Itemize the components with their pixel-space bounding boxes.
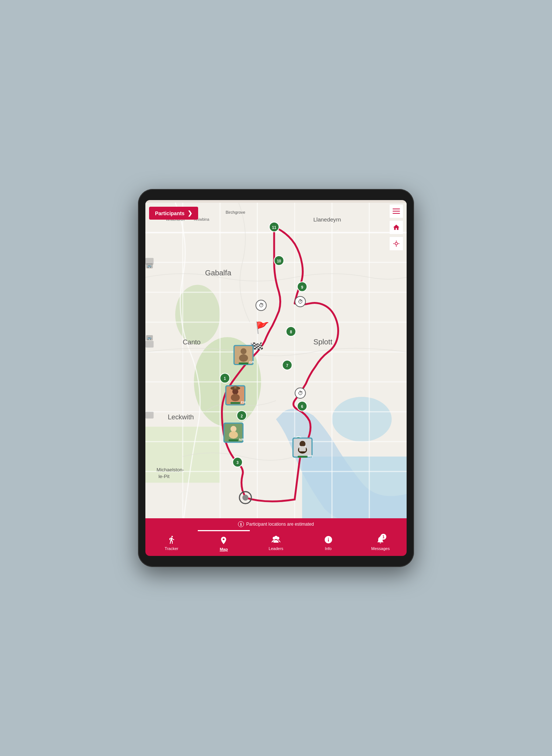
svg-text:Canto: Canto bbox=[183, 339, 201, 346]
tablet-frame: 11 10 9 ⏱ ⏱ 8 bbox=[138, 189, 414, 567]
svg-point-85 bbox=[229, 431, 238, 439]
svg-text:8: 8 bbox=[290, 330, 292, 334]
svg-text:9: 9 bbox=[301, 285, 303, 289]
tracker-icon-wrapper bbox=[167, 535, 176, 546]
svg-text:Gabalfa: Gabalfa bbox=[205, 269, 232, 277]
home-icon bbox=[393, 224, 400, 231]
nav-item-leaders[interactable]: Leaders bbox=[250, 530, 302, 556]
svg-text:Splott: Splott bbox=[313, 338, 332, 346]
svg-text:le-Pit: le-Pit bbox=[158, 474, 169, 479]
leaders-icon-wrapper bbox=[271, 535, 281, 546]
tracker-icon bbox=[167, 537, 176, 546]
leaders-icon bbox=[271, 537, 281, 546]
svg-rect-79 bbox=[234, 386, 237, 389]
svg-text:6: 6 bbox=[301, 405, 303, 409]
map-label: Map bbox=[220, 547, 228, 551]
svg-text:⏱: ⏱ bbox=[298, 390, 303, 396]
svg-text:EH: EH bbox=[241, 401, 246, 404]
nav-item-tracker[interactable]: Tracker bbox=[145, 530, 198, 556]
svg-text:Llanedeyrn: Llanedeyrn bbox=[313, 216, 341, 223]
notification-text: Participant locations are estimated bbox=[246, 522, 314, 527]
tracker-label: Tracker bbox=[165, 546, 178, 551]
svg-text:Birchgrove: Birchgrove bbox=[225, 210, 245, 214]
info-icon bbox=[324, 537, 333, 546]
crosshair-icon bbox=[393, 240, 400, 247]
svg-text:🚌: 🚌 bbox=[147, 264, 152, 268]
svg-point-102 bbox=[274, 536, 277, 539]
messages-label: Messages bbox=[371, 546, 390, 551]
svg-text:10: 10 bbox=[277, 259, 281, 263]
svg-point-84 bbox=[231, 426, 237, 432]
home-button[interactable] bbox=[390, 221, 403, 234]
hamburger-line-3 bbox=[393, 213, 400, 214]
map-icon bbox=[219, 537, 228, 547]
nav-item-map[interactable]: Map bbox=[198, 530, 250, 556]
svg-text:Michaelston-: Michaelston- bbox=[156, 467, 184, 472]
hamburger-line-2 bbox=[393, 211, 400, 212]
svg-rect-22 bbox=[145, 341, 153, 347]
leaders-label: Leaders bbox=[269, 546, 283, 551]
svg-text:⏱: ⏱ bbox=[259, 302, 264, 308]
svg-point-77 bbox=[231, 394, 240, 401]
bottom-nav: Tracker Map bbox=[145, 530, 407, 556]
svg-rect-93 bbox=[298, 456, 307, 458]
nav-item-info[interactable]: Info bbox=[302, 530, 355, 556]
svg-text:3: 3 bbox=[237, 461, 239, 465]
svg-text:Leckwith: Leckwith bbox=[168, 413, 194, 421]
app-container: 11 10 9 ⏱ ⏱ 8 bbox=[145, 200, 407, 556]
nav-item-messages[interactable]: 1 Messages bbox=[354, 530, 407, 556]
participants-label: Participants bbox=[155, 210, 184, 216]
svg-text:⏱: ⏱ bbox=[298, 299, 303, 305]
svg-text:7: 7 bbox=[286, 364, 289, 368]
svg-rect-86 bbox=[229, 439, 238, 441]
messages-badge: 1 bbox=[380, 534, 386, 540]
svg-text:🚌: 🚌 bbox=[147, 336, 152, 340]
notification-bar: ℹ Participant locations are estimated bbox=[145, 518, 407, 530]
info-icon-wrapper bbox=[324, 535, 333, 546]
svg-text:KR: KR bbox=[308, 454, 313, 458]
svg-point-70 bbox=[241, 348, 246, 354]
svg-rect-92 bbox=[299, 446, 306, 451]
hamburger-button[interactable] bbox=[390, 205, 403, 218]
info-label: Info bbox=[325, 546, 331, 551]
svg-text:11: 11 bbox=[272, 226, 276, 230]
map-svg: 11 10 9 ⏱ ⏱ 8 bbox=[145, 200, 407, 530]
svg-text:🚩: 🚩 bbox=[255, 321, 269, 334]
svg-point-2 bbox=[175, 285, 220, 345]
svg-rect-23 bbox=[145, 412, 153, 418]
map-icon-wrapper bbox=[219, 536, 228, 546]
svg-point-90 bbox=[300, 441, 306, 447]
map-controls bbox=[390, 205, 403, 250]
svg-point-95 bbox=[395, 243, 398, 245]
svg-text:GR: GR bbox=[249, 360, 254, 364]
crosshair-button[interactable] bbox=[390, 237, 403, 250]
svg-text:2: 2 bbox=[241, 414, 243, 418]
hamburger-line-1 bbox=[393, 209, 400, 209]
svg-point-53 bbox=[242, 495, 248, 501]
map-area: 11 10 9 ⏱ ⏱ 8 bbox=[145, 200, 407, 530]
svg-text:NR: NR bbox=[239, 438, 244, 441]
svg-text:1: 1 bbox=[224, 377, 226, 381]
svg-rect-72 bbox=[239, 362, 248, 364]
notification-info-icon: ℹ bbox=[238, 521, 244, 527]
svg-point-71 bbox=[239, 354, 248, 362]
participants-button[interactable]: Participants ❯ bbox=[149, 207, 198, 220]
svg-rect-80 bbox=[231, 402, 240, 404]
messages-icon-wrapper: 1 bbox=[376, 535, 385, 546]
participants-chevron: ❯ bbox=[187, 210, 192, 217]
svg-point-4 bbox=[332, 397, 392, 441]
